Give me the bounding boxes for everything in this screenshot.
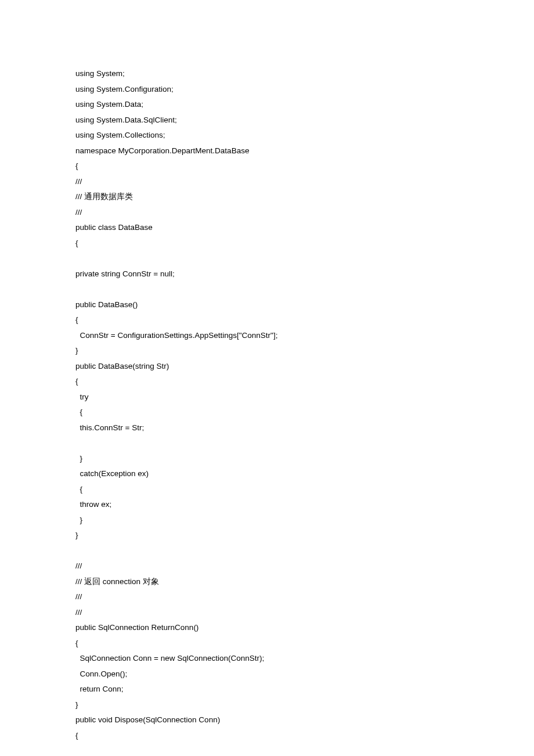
- code-line: public SqlConnection ReturnConn(): [75, 623, 199, 632]
- code-line: {: [75, 161, 78, 170]
- code-line: {: [75, 485, 82, 494]
- code-line: Conn.Open();: [75, 669, 127, 678]
- code-line: SqlConnection Conn = new SqlConnection(C…: [75, 654, 264, 663]
- code-line: return Conn;: [75, 685, 124, 693]
- code-line: ///: [75, 608, 82, 617]
- code-line: }: [75, 531, 78, 539]
- code-line: {: [75, 239, 78, 247]
- code-line: throw ex;: [75, 500, 111, 509]
- code-line: {: [75, 731, 78, 740]
- code-document: using System; using System.Configuration…: [0, 0, 534, 756]
- code-line: ConnStr = ConfigurationSettings.AppSetti…: [75, 331, 277, 340]
- code-line: using System;: [75, 69, 125, 78]
- code-line: public class DataBase: [75, 223, 153, 232]
- code-line: namespace MyCorporation.DepartMent.DataB…: [75, 146, 249, 155]
- code-line: {: [75, 377, 78, 386]
- code-line: {: [75, 315, 78, 324]
- code-line: using System.Configuration;: [75, 85, 174, 93]
- code-line: }: [75, 516, 82, 524]
- code-line: using System.Data.SqlClient;: [75, 116, 177, 124]
- code-line: using System.Data;: [75, 100, 143, 109]
- code-line: catch(Exception ex): [75, 469, 149, 478]
- code-line: public void Dispose(SqlConnection Conn): [75, 715, 220, 724]
- code-line: {: [75, 408, 82, 416]
- code-line: public DataBase(): [75, 300, 138, 309]
- code-line: this.ConnStr = Str;: [75, 423, 144, 432]
- code-line: }: [75, 700, 78, 709]
- code-line: ///: [75, 561, 82, 570]
- code-line: /// 通用数据库类: [75, 192, 133, 201]
- code-line: }: [75, 346, 78, 355]
- code-line: {: [75, 639, 78, 647]
- code-line: ///: [75, 177, 82, 186]
- code-line: /// 返回 connection 对象: [75, 577, 159, 586]
- code-line: using System.Collections;: [75, 131, 165, 139]
- code-line: private string ConnStr = null;: [75, 269, 175, 278]
- code-line: ///: [75, 592, 82, 601]
- code-line: }: [75, 454, 82, 463]
- code-line: ///: [75, 208, 82, 217]
- code-line: public DataBase(string Str): [75, 362, 169, 370]
- code-line: try: [75, 393, 89, 401]
